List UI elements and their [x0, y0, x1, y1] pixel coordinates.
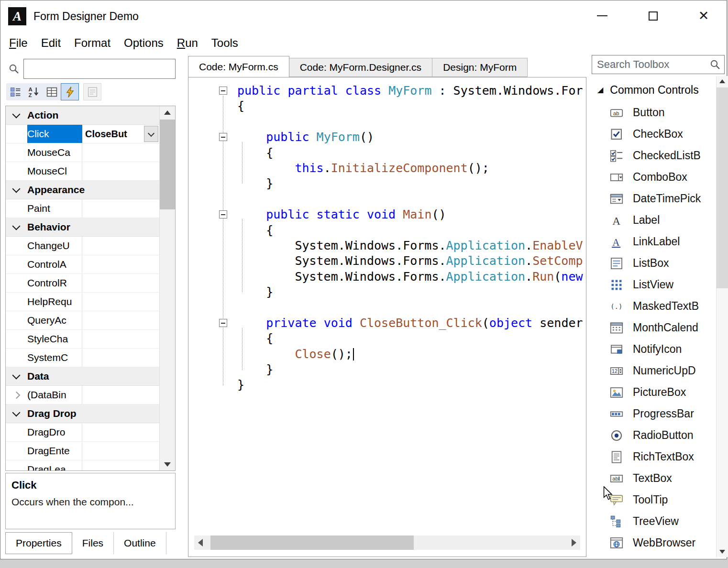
- property-row-paint[interactable]: Paint: [6, 199, 159, 218]
- property-row-stylecha[interactable]: StyleCha: [6, 330, 159, 349]
- tab-files[interactable]: Files: [72, 532, 114, 554]
- menu-item-options[interactable]: Options: [117, 34, 170, 52]
- property-row-queryac[interactable]: QueryAc: [6, 311, 159, 330]
- toolbox-item-label: CheckedListB: [633, 149, 701, 162]
- properties-view-button[interactable]: [43, 83, 61, 100]
- toolbox-item-linklabel[interactable]: ALinkLabel: [590, 231, 716, 252]
- toolbox-item-maskedtextb[interactable]: (.).MaskedTextB: [590, 295, 716, 317]
- toolbox-item-label: ToolTip: [633, 493, 668, 506]
- property-row-draglea[interactable]: DragLea: [6, 460, 159, 470]
- code-line: public static void Main(): [237, 207, 583, 222]
- toolbox-item-combobox[interactable]: ComboBox: [590, 166, 716, 188]
- alphabetical-button[interactable]: AZ: [24, 83, 43, 100]
- toolbox-item-webbrowser[interactable]: WebBrowser: [590, 532, 716, 554]
- code-line: {: [237, 331, 583, 346]
- editor-tab-bar: Code: MyForm.cs Code: MyForm.Designer.cs…: [188, 56, 586, 77]
- triangle-down-icon: [164, 462, 171, 467]
- scroll-left-button[interactable]: [194, 535, 207, 550]
- menu-item-run[interactable]: Run: [170, 34, 205, 52]
- category-action[interactable]: Action: [6, 106, 159, 125]
- toolbox-item-notifyicon[interactable]: NotifyIcon: [590, 339, 716, 360]
- toolbox-item-label: TextBox: [633, 472, 672, 485]
- property-row-systemc[interactable]: SystemC: [6, 349, 159, 367]
- toolbox-item-listbox[interactable]: ListBox: [590, 252, 716, 274]
- scrollbar-thumb[interactable]: [717, 87, 728, 288]
- code-editor[interactable]: public partial class MyForm : System.Win…: [188, 77, 586, 557]
- property-grid-scrollbar[interactable]: [159, 106, 175, 470]
- maximize-button[interactable]: [641, 5, 664, 26]
- tab-code-myform-designer-cs[interactable]: Code: MyForm.Designer.cs: [289, 58, 432, 77]
- radiobutton-icon: [610, 429, 623, 442]
- row-gutter: [6, 330, 27, 348]
- property-row-changeu[interactable]: ChangeU: [6, 237, 159, 255]
- property-row-dragente[interactable]: DragEnte: [6, 442, 159, 460]
- category-appearance[interactable]: Appearance: [6, 181, 159, 199]
- property-row-dragdro[interactable]: DragDro: [6, 423, 159, 442]
- minimize-button[interactable]: [591, 5, 614, 26]
- property-row-helprequ[interactable]: HelpRequ: [6, 293, 159, 311]
- property-row-mousecl[interactable]: MouseCl: [6, 162, 159, 181]
- code-line: }: [237, 362, 583, 377]
- scroll-down-button[interactable]: [160, 458, 175, 470]
- toolbox-item-richtextbox[interactable]: RichTextBox: [590, 446, 716, 468]
- menu-item-file[interactable]: File: [2, 34, 34, 52]
- events-button[interactable]: [61, 83, 79, 100]
- close-button[interactable]: [692, 5, 715, 26]
- value-dropdown-button[interactable]: [144, 126, 158, 142]
- menu-item-edit[interactable]: Edit: [34, 34, 67, 52]
- toolbox-item-button[interactable]: abButton: [590, 102, 716, 123]
- window-controls: [591, 5, 715, 26]
- property-row-controlr[interactable]: ControlR: [6, 274, 159, 293]
- fold-toggle-button[interactable]: [219, 210, 227, 218]
- scrollbar-thumb[interactable]: [160, 120, 175, 209]
- tab-design-myform[interactable]: Design: MyForm: [432, 58, 528, 77]
- property-value: [82, 143, 159, 162]
- category-data[interactable]: Data: [6, 367, 159, 386]
- checkbox-icon: [610, 128, 623, 141]
- categorized-button[interactable]: [6, 83, 24, 100]
- property-row-click[interactable]: ClickCloseBut: [6, 125, 159, 143]
- property-name: ControlR: [27, 274, 82, 292]
- toolbox-item-datetimepick[interactable]: DateTimePick: [590, 188, 716, 209]
- property-pages-button[interactable]: [83, 83, 101, 100]
- property-row-mouseca[interactable]: MouseCa: [6, 143, 159, 162]
- property-row-controla[interactable]: ControlA: [6, 255, 159, 274]
- menu-item-tools[interactable]: Tools: [205, 34, 245, 52]
- scroll-up-button[interactable]: [160, 106, 175, 119]
- toolbox-item-treeview[interactable]: TreeView: [590, 511, 716, 532]
- row-gutter: [6, 162, 27, 180]
- toolbox-item-radiobutton[interactable]: RadioButton: [590, 425, 716, 446]
- fold-toggle-button[interactable]: [219, 87, 227, 95]
- scrollbar-track[interactable]: [207, 535, 568, 550]
- toolbox-item-progressbar[interactable]: ProgressBar: [590, 403, 716, 425]
- toolbox-item-checkedlistb[interactable]: CheckedListB: [590, 145, 716, 166]
- menu-item-format[interactable]: Format: [67, 34, 117, 52]
- toolbox-item-checkbox[interactable]: CheckBox: [590, 123, 716, 145]
- tab-code-myform-cs[interactable]: Code: MyForm.cs: [188, 56, 289, 77]
- scrollbar-thumb[interactable]: [210, 535, 414, 550]
- toolbox-item-picturebox[interactable]: PictureBox: [590, 382, 716, 403]
- title-bar[interactable]: A Form Designer Demo: [0, 0, 727, 32]
- toolbox-search-input[interactable]: [592, 55, 725, 74]
- toolbox-item-monthcalend[interactable]: MonthCalend: [590, 317, 716, 339]
- maskedtextbox-icon: (.).: [610, 300, 623, 313]
- scroll-down-button[interactable]: [717, 546, 728, 557]
- tab-properties[interactable]: Properties: [5, 532, 72, 554]
- toolbox-item-listview[interactable]: ListView: [590, 274, 716, 295]
- properties-search-input[interactable]: [23, 59, 176, 79]
- property-value: [82, 274, 159, 292]
- scroll-up-button[interactable]: [717, 76, 728, 87]
- fold-toggle-button[interactable]: [219, 319, 227, 327]
- fold-toggle-button[interactable]: [219, 133, 227, 141]
- toolbox-group-common-controls[interactable]: Common Controls: [590, 79, 699, 101]
- toolbox-scrollbar[interactable]: [716, 76, 728, 557]
- property-row-databin[interactable]: (DataBin: [6, 386, 159, 404]
- toolbox-item-numericupd[interactable]: 12NumericUpD: [590, 360, 716, 382]
- tab-outline[interactable]: Outline: [114, 532, 166, 554]
- category-drag-drop[interactable]: Drag Drop: [6, 404, 159, 423]
- toolbox-item-label[interactable]: ALabel: [590, 209, 716, 231]
- editor-horizontal-scrollbar[interactable]: [194, 535, 580, 550]
- category-behavior[interactable]: Behavior: [6, 218, 159, 237]
- scroll-right-button[interactable]: [568, 535, 580, 550]
- svg-text:(.).: (.).: [610, 303, 623, 310]
